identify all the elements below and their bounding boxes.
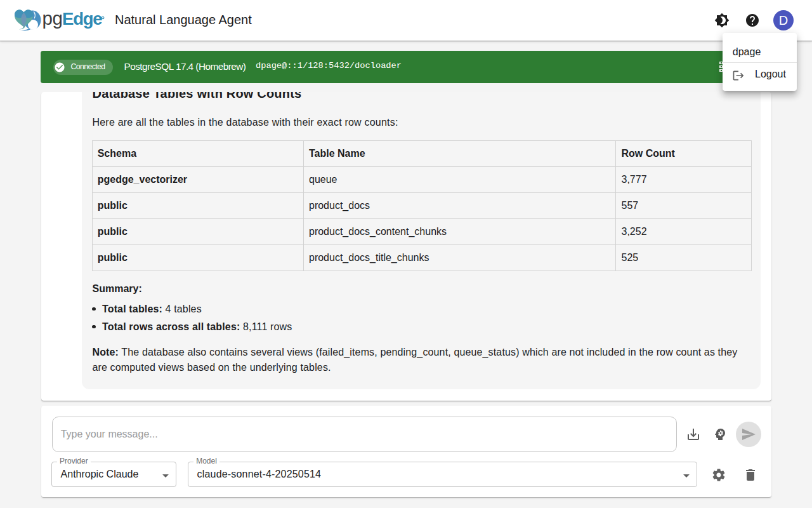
svg-text:pg: pg [43,8,63,29]
svg-text:Edge: Edge [62,9,102,29]
